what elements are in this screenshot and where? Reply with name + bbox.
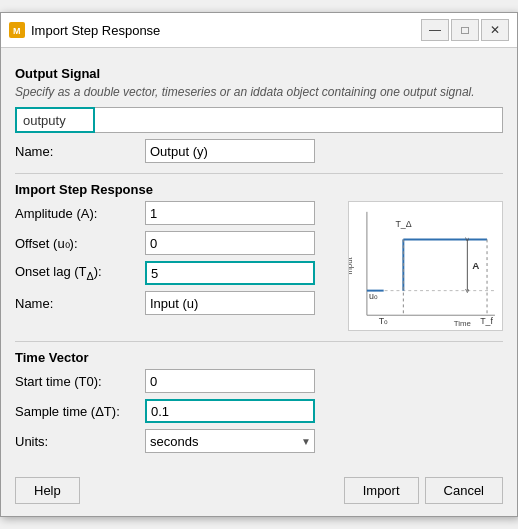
action-buttons: Import Cancel — [344, 477, 503, 504]
output-name-label: Name: — [15, 144, 145, 159]
onset-lag-label: Onset lag (TΔ): — [15, 264, 145, 282]
divider-2 — [15, 341, 503, 342]
import-button[interactable]: Import — [344, 477, 419, 504]
output-variable-box: outputy — [15, 107, 95, 133]
svg-text:T₀: T₀ — [379, 316, 388, 326]
onset-lag-input[interactable] — [145, 261, 315, 285]
offset-input[interactable] — [145, 231, 315, 255]
input-axis-label: Input — [349, 256, 354, 274]
diagram-svg: Input Time — [349, 202, 502, 330]
help-button[interactable]: Help — [15, 477, 80, 504]
svg-text:T_Δ: T_Δ — [395, 219, 411, 229]
import-name-row: Name: — [15, 291, 338, 315]
output-signal-description: Specify as a double vector, timeseries o… — [15, 85, 503, 99]
svg-text:u₀: u₀ — [369, 291, 378, 301]
units-select-wrapper: seconds milliseconds minutes hours ▼ — [145, 429, 315, 453]
svg-text:T_f: T_f — [480, 316, 493, 326]
units-select[interactable]: seconds milliseconds minutes hours — [145, 429, 315, 453]
offset-row: Offset (u₀): — [15, 231, 338, 255]
output-signal-section-title: Output Signal — [15, 66, 503, 81]
content-area: Output Signal Specify as a double vector… — [1, 48, 517, 469]
svg-text:M: M — [13, 26, 21, 36]
start-time-label: Start time (T0): — [15, 374, 145, 389]
output-extra-input[interactable] — [95, 107, 503, 133]
import-step-section-title: Import Step Response — [15, 182, 503, 197]
title-bar: M Import Step Response — □ ✕ — [1, 13, 517, 48]
sample-time-row: Sample time (ΔT): — [15, 399, 503, 423]
footer: Help Import Cancel — [1, 469, 517, 516]
import-section: Amplitude (A): Offset (u₀): Onset lag (T… — [15, 201, 503, 331]
units-label: Units: — [15, 434, 145, 449]
import-fields: Amplitude (A): Offset (u₀): Onset lag (T… — [15, 201, 338, 321]
import-name-label: Name: — [15, 296, 145, 311]
units-row: Units: seconds milliseconds minutes hour… — [15, 429, 503, 453]
time-vector-section-title: Time Vector — [15, 350, 503, 365]
minimize-button[interactable]: — — [421, 19, 449, 41]
import-name-input[interactable] — [145, 291, 315, 315]
amplitude-label: Amplitude (A): — [15, 206, 145, 221]
output-name-row: Name: — [15, 139, 503, 163]
maximize-button[interactable]: □ — [451, 19, 479, 41]
output-name-input[interactable] — [145, 139, 315, 163]
start-time-input[interactable] — [145, 369, 315, 393]
offset-label: Offset (u₀): — [15, 236, 145, 251]
time-axis-label: Time — [454, 319, 472, 328]
amplitude-input[interactable] — [145, 201, 315, 225]
window-title: Import Step Response — [31, 23, 415, 38]
output-variable-row: outputy — [15, 107, 503, 133]
app-icon: M — [9, 22, 25, 38]
output-variable-text: outputy — [23, 113, 66, 128]
sample-time-label: Sample time (ΔT): — [15, 404, 145, 419]
cancel-button[interactable]: Cancel — [425, 477, 503, 504]
close-button[interactable]: ✕ — [481, 19, 509, 41]
window-controls: — □ ✕ — [421, 19, 509, 41]
main-window: M Import Step Response — □ ✕ Output Sign… — [0, 12, 518, 517]
onset-lag-row: Onset lag (TΔ): — [15, 261, 338, 285]
start-time-row: Start time (T0): — [15, 369, 503, 393]
svg-text:A: A — [472, 260, 479, 271]
sample-time-input[interactable] — [145, 399, 315, 423]
amplitude-row: Amplitude (A): — [15, 201, 338, 225]
step-response-diagram: Input Time — [348, 201, 503, 331]
divider-1 — [15, 173, 503, 174]
